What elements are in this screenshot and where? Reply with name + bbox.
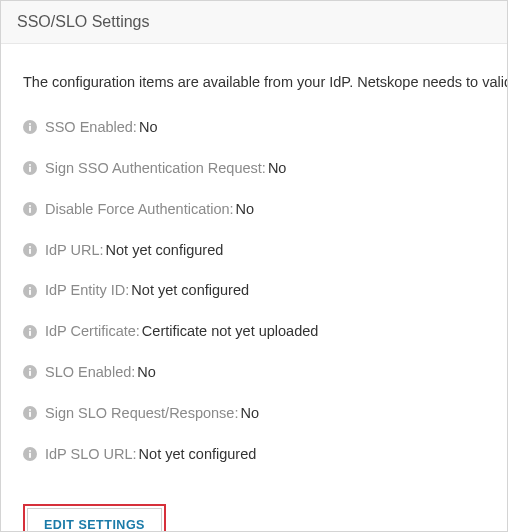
- svg-point-8: [29, 205, 31, 207]
- panel-header: SSO/SLO Settings: [1, 1, 507, 44]
- setting-row-idp-certificate: IdP Certificate: Certificate not yet upl…: [23, 322, 485, 341]
- setting-label: SSO Enabled:: [45, 118, 137, 137]
- svg-point-23: [29, 409, 31, 411]
- svg-rect-4: [29, 167, 31, 172]
- setting-row-idp-url: IdP URL: Not yet configured: [23, 241, 485, 260]
- svg-point-11: [29, 246, 31, 248]
- setting-value: No: [139, 118, 158, 137]
- setting-label: Sign SSO Authentication Request:: [45, 159, 266, 178]
- svg-point-2: [29, 123, 31, 125]
- info-icon[interactable]: [23, 202, 37, 216]
- setting-value: Not yet configured: [139, 445, 257, 464]
- info-icon[interactable]: [23, 406, 37, 420]
- setting-value: No: [137, 363, 156, 382]
- svg-rect-7: [29, 208, 31, 213]
- panel-title: SSO/SLO Settings: [17, 13, 491, 31]
- svg-point-14: [29, 287, 31, 289]
- svg-rect-13: [29, 290, 31, 295]
- setting-value: No: [236, 200, 255, 219]
- setting-row-idp-slo-url: IdP SLO URL: Not yet configured: [23, 445, 485, 464]
- setting-label: IdP URL:: [45, 241, 104, 260]
- info-icon[interactable]: [23, 243, 37, 257]
- setting-label: IdP SLO URL:: [45, 445, 137, 464]
- info-icon[interactable]: [23, 120, 37, 134]
- setting-label: Disable Force Authentication:: [45, 200, 234, 219]
- intro-text: The configuration items are available fr…: [23, 74, 485, 90]
- info-icon[interactable]: [23, 447, 37, 461]
- svg-rect-25: [29, 453, 31, 458]
- info-icon[interactable]: [23, 365, 37, 379]
- info-icon[interactable]: [23, 284, 37, 298]
- svg-rect-10: [29, 249, 31, 254]
- setting-row-disable-force-auth: Disable Force Authentication: No: [23, 200, 485, 219]
- svg-rect-1: [29, 126, 31, 131]
- svg-rect-16: [29, 330, 31, 335]
- svg-point-20: [29, 368, 31, 370]
- setting-value: Certificate not yet uploaded: [142, 322, 319, 341]
- panel-body: The configuration items are available fr…: [1, 44, 507, 532]
- setting-label: IdP Certificate:: [45, 322, 140, 341]
- setting-value: No: [268, 159, 287, 178]
- setting-row-idp-entity-id: IdP Entity ID: Not yet configured: [23, 281, 485, 300]
- setting-value: No: [240, 404, 259, 423]
- edit-settings-button[interactable]: EDIT SETTINGS: [27, 508, 162, 532]
- info-icon[interactable]: [23, 325, 37, 339]
- svg-point-5: [29, 164, 31, 166]
- setting-value: Not yet configured: [131, 281, 249, 300]
- setting-row-sso-enabled: SSO Enabled: No: [23, 118, 485, 137]
- setting-row-slo-enabled: SLO Enabled: No: [23, 363, 485, 382]
- svg-point-26: [29, 450, 31, 452]
- setting-label: IdP Entity ID:: [45, 281, 129, 300]
- edit-button-highlight: EDIT SETTINGS: [23, 504, 166, 532]
- setting-label: Sign SLO Request/Response:: [45, 404, 238, 423]
- setting-value: Not yet configured: [106, 241, 224, 260]
- svg-point-17: [29, 328, 31, 330]
- setting-label: SLO Enabled:: [45, 363, 135, 382]
- sso-slo-settings-panel: SSO/SLO Settings The configuration items…: [0, 0, 508, 532]
- info-icon[interactable]: [23, 161, 37, 175]
- setting-row-sign-slo: Sign SLO Request/Response: No: [23, 404, 485, 423]
- setting-row-sign-sso-auth: Sign SSO Authentication Request: No: [23, 159, 485, 178]
- svg-rect-19: [29, 371, 31, 376]
- svg-rect-22: [29, 412, 31, 417]
